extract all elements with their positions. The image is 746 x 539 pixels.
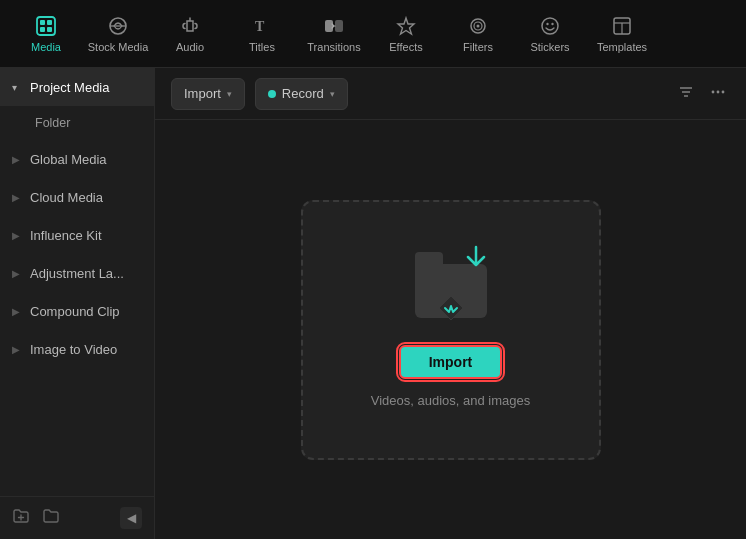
record-dot-icon xyxy=(268,90,276,98)
drop-description: Videos, audios, and images xyxy=(371,393,530,408)
more-options-button[interactable] xyxy=(706,80,730,108)
sidebar-item-influence-kit[interactable]: ▶ Influence Kit xyxy=(0,216,154,254)
sidebar-item-adjustment-la[interactable]: ▶ Adjustment La... xyxy=(0,254,154,292)
svg-rect-3 xyxy=(40,27,45,32)
import-label: Import xyxy=(184,86,221,101)
svg-rect-9 xyxy=(325,20,333,32)
toolbar-right xyxy=(674,80,730,108)
nav-item-templates[interactable]: Templates xyxy=(586,4,658,64)
nav-label-audio: Audio xyxy=(176,41,204,53)
svg-rect-10 xyxy=(335,20,343,32)
nav-label-stickers: Stickers xyxy=(530,41,569,53)
drop-area: Import Videos, audios, and images xyxy=(155,120,746,539)
nav-item-titles[interactable]: T Titles xyxy=(226,4,298,64)
sidebar-sub-item-folder[interactable]: Folder xyxy=(0,106,154,140)
nav-label-transitions: Transitions xyxy=(307,41,360,53)
new-folder-icon[interactable] xyxy=(12,507,30,529)
arrow-down-icon xyxy=(462,243,490,276)
svg-point-27 xyxy=(722,90,725,93)
svg-rect-0 xyxy=(37,17,55,35)
drop-zone: Import Videos, audios, and images xyxy=(301,200,601,460)
sidebar-item-label-image-to-video: Image to Video xyxy=(30,342,117,357)
chevron-right-icon-cloud: ▶ xyxy=(12,192,24,203)
sidebar-item-label-cloud-media: Cloud Media xyxy=(30,190,103,205)
main-content: Import ▾ Record ▾ xyxy=(155,68,746,539)
main-layout: ▾ Project Media Folder ▶ Global Media ▶ … xyxy=(0,68,746,539)
record-label: Record xyxy=(282,86,324,101)
chevron-right-icon-influence: ▶ xyxy=(12,230,24,241)
sidebar: ▾ Project Media Folder ▶ Global Media ▶ … xyxy=(0,68,155,539)
sidebar-sub-item-label-folder: Folder xyxy=(35,116,70,130)
svg-text:T: T xyxy=(255,19,265,34)
import-drop-button[interactable]: Import xyxy=(399,345,503,379)
stock-media-icon xyxy=(107,15,129,37)
nav-item-filters[interactable]: Filters xyxy=(442,4,514,64)
import-button[interactable]: Import ▾ xyxy=(171,78,245,110)
svg-point-13 xyxy=(477,24,480,27)
sidebar-content: ▾ Project Media Folder ▶ Global Media ▶ … xyxy=(0,68,154,496)
sidebar-item-label-compound-clip: Compound Clip xyxy=(30,304,120,319)
templates-icon xyxy=(611,15,633,37)
sidebar-item-project-media[interactable]: ▾ Project Media xyxy=(0,68,154,106)
sidebar-item-label-project-media: Project Media xyxy=(30,80,109,95)
record-caret-icon: ▾ xyxy=(330,89,335,99)
chevron-right-icon: ▶ xyxy=(12,154,24,165)
nav-label-stock-media: Stock Media xyxy=(88,41,149,53)
sidebar-footer: ◀ xyxy=(0,496,154,539)
svg-point-16 xyxy=(551,22,553,24)
titles-icon: T xyxy=(251,15,273,37)
filter-icon-button[interactable] xyxy=(674,80,698,108)
sidebar-item-label-adjustment-la: Adjustment La... xyxy=(30,266,124,281)
transitions-icon xyxy=(323,15,345,37)
svg-point-15 xyxy=(546,22,548,24)
stickers-icon xyxy=(539,15,561,37)
effects-icon xyxy=(395,15,417,37)
nav-item-stock-media[interactable]: Stock Media xyxy=(82,4,154,64)
drop-icon-wrapper xyxy=(406,251,496,331)
svg-rect-1 xyxy=(40,20,45,25)
nav-item-effects[interactable]: Effects xyxy=(370,4,442,64)
folder-icon[interactable] xyxy=(42,507,60,529)
nav-label-titles: Titles xyxy=(249,41,275,53)
top-nav: Media Stock Media Audio T xyxy=(0,0,746,68)
filters-icon xyxy=(467,15,489,37)
sidebar-item-image-to-video[interactable]: ▶ Image to Video xyxy=(0,330,154,368)
svg-point-26 xyxy=(717,90,720,93)
nav-item-audio[interactable]: Audio xyxy=(154,4,226,64)
svg-rect-2 xyxy=(47,20,52,25)
media-icon xyxy=(35,15,57,37)
nav-label-filters: Filters xyxy=(463,41,493,53)
nav-label-effects: Effects xyxy=(389,41,422,53)
svg-point-25 xyxy=(712,90,715,93)
toolbar: Import ▾ Record ▾ xyxy=(155,68,746,120)
sidebar-item-cloud-media[interactable]: ▶ Cloud Media xyxy=(0,178,154,216)
sidebar-item-label-global-media: Global Media xyxy=(30,152,107,167)
svg-rect-4 xyxy=(47,27,52,32)
audio-icon xyxy=(179,15,201,37)
nav-item-stickers[interactable]: Stickers xyxy=(514,4,586,64)
sidebar-item-compound-clip[interactable]: ▶ Compound Clip xyxy=(0,292,154,330)
nav-label-media: Media xyxy=(31,41,61,53)
sidebar-item-global-media[interactable]: ▶ Global Media xyxy=(0,140,154,178)
chevron-right-icon-compound: ▶ xyxy=(12,306,24,317)
chevron-right-icon-image: ▶ xyxy=(12,344,24,355)
import-caret-icon: ▾ xyxy=(227,89,232,99)
record-button[interactable]: Record ▾ xyxy=(255,78,348,110)
nav-item-media[interactable]: Media xyxy=(10,4,82,64)
nav-label-templates: Templates xyxy=(597,41,647,53)
chevron-down-icon: ▾ xyxy=(12,82,24,93)
nav-item-transitions[interactable]: Transitions xyxy=(298,4,370,64)
sidebar-collapse-button[interactable]: ◀ xyxy=(120,507,142,529)
wondershare-logo-icon xyxy=(434,291,468,325)
chevron-right-icon-adjust: ▶ xyxy=(12,268,24,279)
svg-point-14 xyxy=(542,18,558,34)
sidebar-item-label-influence-kit: Influence Kit xyxy=(30,228,102,243)
